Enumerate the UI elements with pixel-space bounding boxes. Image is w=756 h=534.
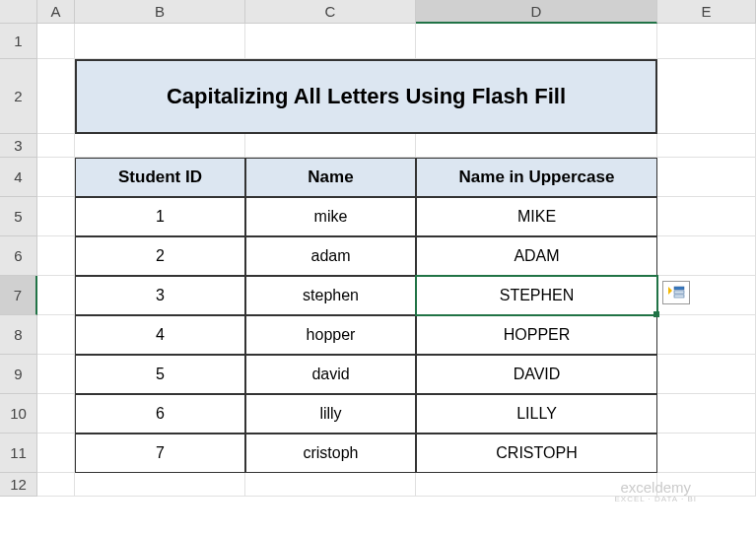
active-cell-value: STEPHEN bbox=[500, 287, 575, 304]
col-header-D[interactable]: D bbox=[416, 0, 657, 24]
cell-A5[interactable] bbox=[37, 197, 75, 236]
row-header-6[interactable]: 6 bbox=[0, 236, 37, 276]
cell-name-1[interactable]: adam bbox=[245, 236, 416, 276]
cell-upper-0[interactable]: MIKE bbox=[416, 197, 657, 236]
header-uppercase[interactable]: Name in Uppercase bbox=[416, 158, 657, 197]
cell-id-1[interactable]: 2 bbox=[75, 236, 245, 276]
spreadsheet-grid[interactable]: A B C D E 1 2 Capitalizing All Letters U… bbox=[0, 0, 756, 497]
cell-E9[interactable] bbox=[657, 355, 756, 394]
cell-B12[interactable] bbox=[75, 473, 245, 497]
cell-upper-1[interactable]: ADAM bbox=[416, 236, 657, 276]
cell-id-6[interactable]: 7 bbox=[75, 434, 245, 473]
watermark-sub: EXCEL · DATA · BI bbox=[614, 496, 697, 504]
title-cell[interactable]: Capitalizing All Letters Using Flash Fil… bbox=[75, 59, 657, 134]
row-header-2[interactable]: 2 bbox=[0, 59, 37, 134]
cell-upper-4[interactable]: DAVID bbox=[416, 355, 657, 394]
row-header-3[interactable]: 3 bbox=[0, 134, 37, 158]
cell-A10[interactable] bbox=[37, 394, 75, 434]
cell-id-3[interactable]: 4 bbox=[75, 315, 245, 355]
row-header-8[interactable]: 8 bbox=[0, 315, 37, 355]
row-header-5[interactable]: 5 bbox=[0, 197, 37, 236]
cell-id-2[interactable]: 3 bbox=[75, 276, 245, 315]
cell-A9[interactable] bbox=[37, 355, 75, 394]
cell-id-0[interactable]: 1 bbox=[75, 197, 245, 236]
select-all-corner[interactable] bbox=[0, 0, 37, 24]
cell-A2[interactable] bbox=[37, 59, 75, 134]
cell-E1[interactable] bbox=[657, 24, 756, 59]
svg-rect-2 bbox=[674, 295, 684, 298]
cell-E6[interactable] bbox=[657, 236, 756, 276]
cell-E8[interactable] bbox=[657, 315, 756, 355]
cell-C1[interactable] bbox=[245, 24, 416, 59]
col-header-A[interactable]: A bbox=[37, 0, 75, 24]
svg-rect-0 bbox=[674, 287, 684, 290]
row-header-11[interactable]: 11 bbox=[0, 434, 37, 473]
cell-B1[interactable] bbox=[75, 24, 245, 59]
row-header-9[interactable]: 9 bbox=[0, 355, 37, 394]
cell-upper-6[interactable]: CRISTOPH bbox=[416, 434, 657, 473]
cell-E4[interactable] bbox=[657, 158, 756, 197]
cell-name-4[interactable]: david bbox=[245, 355, 416, 394]
cell-upper-5[interactable]: LILLY bbox=[416, 394, 657, 434]
cell-A1[interactable] bbox=[37, 24, 75, 59]
cell-A7[interactable] bbox=[37, 276, 75, 315]
cell-id-4[interactable]: 5 bbox=[75, 355, 245, 394]
cell-A11[interactable] bbox=[37, 434, 75, 473]
flash-fill-icon bbox=[666, 285, 686, 300]
cell-C3[interactable] bbox=[245, 134, 416, 158]
col-header-C[interactable]: C bbox=[245, 0, 416, 24]
watermark: exceldemy EXCEL · DATA · BI bbox=[614, 480, 697, 504]
cell-D1[interactable] bbox=[416, 24, 657, 59]
cell-name-5[interactable]: lilly bbox=[245, 394, 416, 434]
col-header-B[interactable]: B bbox=[75, 0, 245, 24]
cell-D3[interactable] bbox=[416, 134, 657, 158]
cell-E2[interactable] bbox=[657, 59, 756, 134]
cell-E11[interactable] bbox=[657, 434, 756, 473]
row-header-1[interactable]: 1 bbox=[0, 24, 37, 59]
cell-A3[interactable] bbox=[37, 134, 75, 158]
row-header-7[interactable]: 7 bbox=[0, 276, 37, 315]
cell-id-5[interactable]: 6 bbox=[75, 394, 245, 434]
cell-E3[interactable] bbox=[657, 134, 756, 158]
cell-name-6[interactable]: cristoph bbox=[245, 434, 416, 473]
row-header-4[interactable]: 4 bbox=[0, 158, 37, 197]
row-header-12[interactable]: 12 bbox=[0, 473, 37, 497]
cell-E10[interactable] bbox=[657, 394, 756, 434]
watermark-main: exceldemy bbox=[614, 480, 697, 497]
cell-A6[interactable] bbox=[37, 236, 75, 276]
header-name[interactable]: Name bbox=[245, 158, 416, 197]
cell-upper-3[interactable]: HOPPER bbox=[416, 315, 657, 355]
svg-rect-1 bbox=[674, 291, 684, 294]
cell-name-3[interactable]: hopper bbox=[245, 315, 416, 355]
fill-handle[interactable] bbox=[653, 311, 659, 317]
cell-C12[interactable] bbox=[245, 473, 416, 497]
cell-A12[interactable] bbox=[37, 473, 75, 497]
flash-fill-options-button[interactable] bbox=[662, 281, 690, 304]
cell-A8[interactable] bbox=[37, 315, 75, 355]
cell-E5[interactable] bbox=[657, 197, 756, 236]
cell-B3[interactable] bbox=[75, 134, 245, 158]
cell-name-0[interactable]: mike bbox=[245, 197, 416, 236]
cell-name-2[interactable]: stephen bbox=[245, 276, 416, 315]
header-student-id[interactable]: Student ID bbox=[75, 158, 245, 197]
row-header-10[interactable]: 10 bbox=[0, 394, 37, 434]
cell-A4[interactable] bbox=[37, 158, 75, 197]
col-header-E[interactable]: E bbox=[657, 0, 756, 24]
cell-upper-2[interactable]: STEPHEN bbox=[416, 276, 657, 315]
